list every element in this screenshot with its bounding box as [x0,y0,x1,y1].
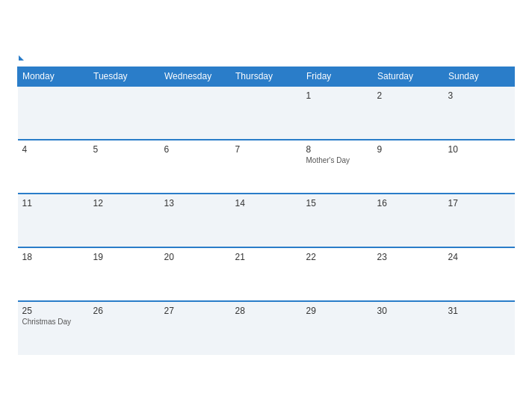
day-number: 6 [164,144,226,155]
day-number: 30 [377,306,439,316]
weekday-header-row: MondayTuesdayWednesdayThursdayFridaySatu… [18,67,515,86]
calendar-cell: 27 [160,301,231,355]
calendar-cell: 21 [231,247,302,301]
day-number: 10 [448,144,510,155]
weekday-header-sunday: Sunday [444,67,515,86]
calendar-cell [89,86,160,140]
day-number: 25 [22,306,84,316]
calendar-wrapper: MondayTuesdayWednesdayThursdayFridaySatu… [8,49,524,362]
day-number: 4 [22,144,84,155]
calendar-cell: 25Christmas Day [18,301,89,355]
weekday-header-friday: Friday [302,67,373,86]
week-row-1: 123 [18,86,515,140]
day-number: 29 [306,306,368,316]
logo-triangle-icon [19,55,24,61]
calendar-cell: 20 [160,247,231,301]
calendar-cell: 6 [160,140,231,194]
calendar-cell: 10 [444,140,515,194]
calendar-cell: 31 [444,301,515,355]
week-row-4: 18192021222324 [18,247,515,301]
calendar-cell: 29 [302,301,373,355]
day-number: 13 [164,198,226,208]
calendar-cell: 14 [231,194,302,247]
day-number: 9 [377,144,439,155]
weekday-header-thursday: Thursday [231,67,302,86]
day-number: 16 [377,198,439,208]
calendar-cell [160,86,231,140]
day-number: 31 [448,306,510,316]
weekday-header-monday: Monday [18,67,89,86]
day-number: 8 [306,144,368,155]
calendar-cell: 2 [373,86,444,140]
day-number: 26 [93,306,155,316]
day-number: 27 [164,306,226,316]
calendar-cell: 8Mother's Day [302,140,373,194]
logo [17,57,24,61]
day-number: 24 [448,252,510,262]
day-number: 19 [93,252,155,262]
calendar-cell [18,86,89,140]
day-number: 3 [448,90,510,101]
day-number: 7 [235,144,297,155]
calendar-cell: 12 [89,194,160,247]
day-number: 15 [306,198,368,208]
day-number: 23 [377,252,439,262]
calendar-header [17,57,515,61]
day-number: 20 [164,252,226,262]
day-number: 5 [93,144,155,155]
calendar-cell [231,86,302,140]
day-number: 12 [93,198,155,208]
calendar-cell: 9 [373,140,444,194]
day-number: 1 [306,90,368,101]
event-label: Mother's Day [306,156,368,164]
calendar-cell: 26 [89,301,160,355]
calendar-cell: 16 [373,194,444,247]
week-row-5: 25Christmas Day262728293031 [18,301,515,355]
calendar-cell: 11 [18,194,89,247]
calendar-cell: 4 [18,140,89,194]
week-row-3: 11121314151617 [18,194,515,247]
calendar-table: MondayTuesdayWednesdayThursdayFridaySatu… [17,67,515,355]
day-number: 18 [22,252,84,262]
calendar-cell: 15 [302,194,373,247]
calendar-cell: 17 [444,194,515,247]
weekday-header-tuesday: Tuesday [89,67,160,86]
calendar-cell: 28 [231,301,302,355]
day-number: 28 [235,306,297,316]
day-number: 14 [235,198,297,208]
calendar-cell: 7 [231,140,302,194]
event-label: Christmas Day [22,318,84,326]
day-number: 11 [22,198,84,208]
day-number: 2 [377,90,439,101]
calendar-cell: 19 [89,247,160,301]
calendar-cell: 1 [302,86,373,140]
calendar-cell: 5 [89,140,160,194]
calendar-cell: 18 [18,247,89,301]
calendar-cell: 23 [373,247,444,301]
calendar-cell: 13 [160,194,231,247]
calendar-cell: 30 [373,301,444,355]
day-number: 21 [235,252,297,262]
calendar-cell: 24 [444,247,515,301]
weekday-header-saturday: Saturday [373,67,444,86]
day-number: 17 [448,198,510,208]
day-number: 22 [306,252,368,262]
weekday-header-wednesday: Wednesday [160,67,231,86]
calendar-cell: 3 [444,86,515,140]
calendar-cell: 22 [302,247,373,301]
week-row-2: 45678Mother's Day910 [18,140,515,194]
